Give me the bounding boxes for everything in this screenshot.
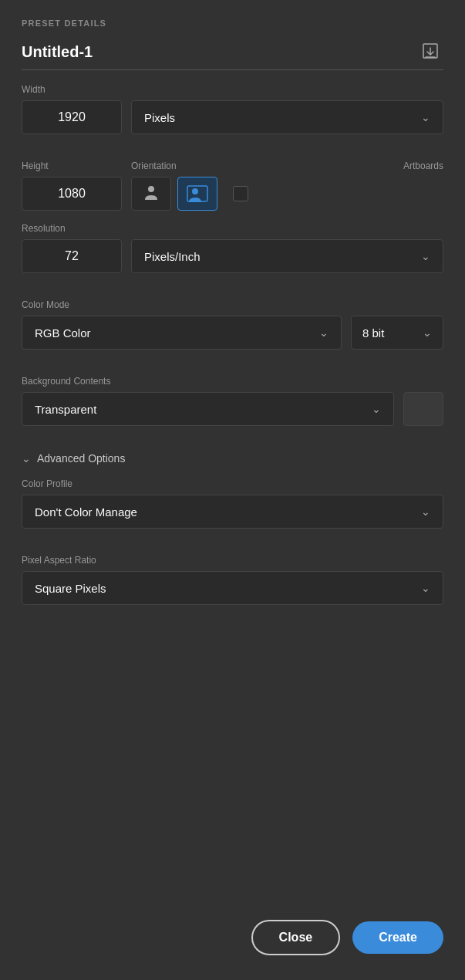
color-mode-section: Color Mode RGB Color ⌄ 8 bit ⌄ (22, 299, 443, 362)
spacer (22, 619, 443, 880)
color-mode-select[interactable]: RGB Color ⌄ (22, 316, 342, 350)
background-contents-label: Background Contents (22, 376, 443, 387)
height-col: Height (22, 161, 122, 211)
save-preset-button[interactable] (417, 39, 443, 65)
color-profile-select[interactable]: Don't Color Manage ⌄ (22, 495, 443, 529)
resolution-unit-select[interactable]: Pixels/Inch ⌄ (131, 239, 443, 273)
divider (22, 69, 443, 70)
width-unit-chevron-icon: ⌄ (421, 111, 430, 123)
pixel-aspect-ratio-chevron-icon: ⌄ (421, 582, 430, 594)
orientation-controls (131, 177, 443, 211)
pixel-aspect-ratio-section: Pixel Aspect Ratio Square Pixels ⌄ (22, 555, 443, 605)
color-mode-label: Color Mode (22, 299, 443, 310)
bg-contents-chevron-icon: ⌄ (372, 403, 381, 415)
orientation-label: Orientation (131, 161, 359, 171)
resolution-label: Resolution (22, 223, 443, 234)
width-section: Width Pixels ⌄ (22, 84, 443, 147)
resolution-input[interactable] (22, 239, 122, 273)
portrait-button[interactable] (131, 177, 171, 211)
background-contents-select[interactable]: Transparent ⌄ (22, 392, 394, 426)
section-label: PRESET DETAILS (22, 19, 443, 28)
height-label: Height (22, 161, 122, 171)
save-icon (420, 42, 440, 62)
artboards-label: Artboards (403, 161, 443, 171)
bit-depth-value: 8 bit (362, 326, 384, 340)
svg-point-2 (148, 186, 154, 192)
width-row: Pixels ⌄ (22, 100, 443, 134)
advanced-options-chevron-icon: ⌄ (22, 452, 31, 465)
orient-artboard-labels: Orientation Artboards (131, 161, 443, 171)
landscape-icon (187, 185, 208, 202)
advanced-options-toggle[interactable]: ⌄ Advanced Options (22, 452, 443, 465)
height-input[interactable] (22, 177, 122, 211)
color-profile-section: Color Profile Don't Color Manage ⌄ (22, 478, 443, 529)
background-color-swatch[interactable] (403, 392, 443, 426)
pixel-aspect-ratio-label: Pixel Aspect Ratio (22, 555, 443, 566)
landscape-button[interactable] (177, 177, 217, 211)
resolution-unit-value: Pixels/Inch (144, 250, 200, 263)
background-contents-value: Transparent (35, 403, 96, 416)
artboards-checkbox[interactable] (233, 186, 248, 201)
color-mode-chevron-icon: ⌄ (319, 326, 329, 339)
portrait-icon (143, 183, 160, 204)
footer: Close Create (0, 904, 465, 980)
resolution-section: Resolution Pixels/Inch ⌄ (22, 223, 443, 286)
pixel-aspect-ratio-select[interactable]: Square Pixels ⌄ (22, 571, 443, 605)
preset-name-input[interactable] (22, 43, 417, 61)
orient-artboard-col: Orientation Artboards (131, 161, 443, 211)
width-label: Width (22, 84, 443, 95)
color-mode-value: RGB Color (35, 326, 91, 340)
resolution-unit-chevron-icon: ⌄ (421, 250, 430, 262)
advanced-options-label: Advanced Options (37, 452, 125, 465)
bit-depth-select[interactable]: 8 bit ⌄ (351, 316, 443, 350)
background-contents-row: Transparent ⌄ (22, 392, 443, 426)
width-input[interactable] (22, 100, 122, 134)
pixel-aspect-ratio-value: Square Pixels (35, 582, 106, 595)
width-unit-select[interactable]: Pixels ⌄ (131, 100, 443, 134)
preset-name-row (22, 39, 443, 65)
color-mode-row: RGB Color ⌄ 8 bit ⌄ (22, 316, 443, 350)
height-orientation-row: Height Orientation Artboards (22, 161, 443, 211)
color-profile-chevron-icon: ⌄ (421, 505, 430, 518)
resolution-row: Pixels/Inch ⌄ (22, 239, 443, 273)
width-unit-value: Pixels (144, 111, 175, 124)
close-button[interactable]: Close (251, 920, 341, 955)
create-button[interactable]: Create (352, 921, 443, 954)
background-contents-section: Background Contents Transparent ⌄ (22, 376, 443, 438)
svg-point-3 (192, 188, 198, 194)
color-profile-value: Don't Color Manage (35, 505, 137, 519)
color-profile-label: Color Profile (22, 478, 443, 489)
bit-depth-chevron-icon: ⌄ (423, 326, 432, 339)
